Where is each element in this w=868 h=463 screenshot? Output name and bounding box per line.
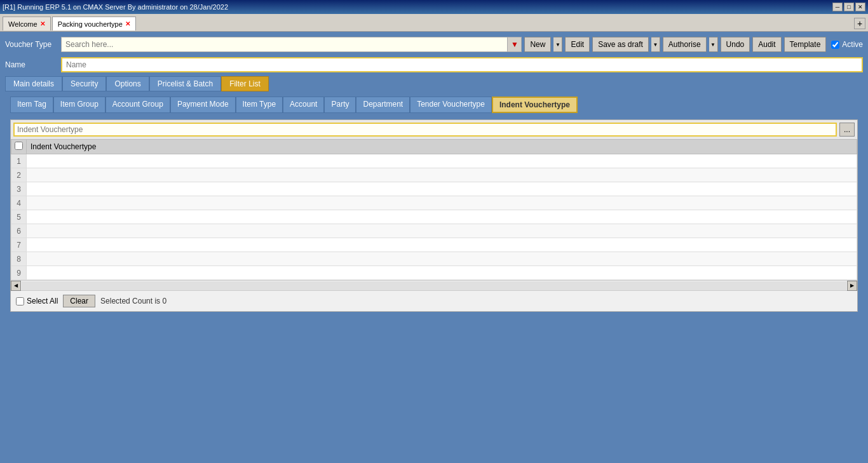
name-row: Name — [5, 57, 863, 72]
voucher-type-dropdown-btn[interactable]: ▼ — [508, 37, 522, 52]
toolbar-row: Voucher Type ▼ New ▼ Edit Save as draft … — [5, 37, 863, 52]
close-button[interactable]: ✕ — [855, 3, 865, 11]
select-all-checkbox[interactable] — [16, 297, 24, 305]
sub-tab-indent-vouchertype[interactable]: Indent Vouchertype — [492, 97, 578, 113]
scroll-left-btn[interactable]: ◀ — [11, 281, 21, 291]
scroll-right-btn[interactable]: ▶ — [847, 281, 857, 291]
title-bar: [R1] Running ERP 5.1 on CMAX Server By a… — [0, 0, 868, 14]
new-button[interactable]: New — [524, 37, 551, 52]
table-search-row: ... — [11, 120, 857, 139]
tab-pricelist-batch[interactable]: Pricelist & Batch — [149, 76, 221, 91]
clear-button[interactable]: Clear — [63, 295, 95, 307]
horizontal-scroll-bar[interactable]: ◀ ▶ — [11, 280, 857, 290]
tab-main-details[interactable]: Main details — [5, 76, 62, 91]
sub-tab-party[interactable]: Party — [324, 97, 356, 113]
window-title: [R1] Running ERP 5.1 on CMAX Server By a… — [3, 3, 228, 11]
column-indent-vouchertype: Indent Vouchertype — [27, 140, 857, 154]
voucher-type-label: Voucher Type — [5, 40, 56, 49]
data-table: Indent Vouchertype 1 2 3 — [11, 139, 857, 280]
minimize-button[interactable]: ─ — [832, 3, 843, 11]
tab-packing-vouchertype[interactable]: Packing vouchertype ✕ — [52, 17, 136, 30]
table-row: 1 — [11, 154, 857, 168]
sub-tab-payment-mode[interactable]: Payment Mode — [170, 97, 236, 113]
sub-tab-item-group[interactable]: Item Group — [53, 97, 105, 113]
table-row: 4 — [11, 196, 857, 210]
main-tab-nav: Main details Security Options Pricelist … — [5, 76, 863, 91]
header-checkbox[interactable] — [15, 142, 23, 150]
table-body: 1 2 3 4 — [11, 154, 857, 280]
table-row: 3 — [11, 182, 857, 196]
sub-tab-item-tag[interactable]: Item Tag — [10, 97, 53, 113]
table-search-ellipsis-btn[interactable]: ... — [839, 123, 855, 137]
selected-count-text: Selected Count is 0 — [100, 297, 166, 305]
sub-tab-account-group[interactable]: Account Group — [105, 97, 170, 113]
sub-tab-nav: Item Tag Item Group Account Group Paymen… — [5, 94, 863, 116]
tab-filter-list[interactable]: Filter List — [221, 76, 269, 91]
voucher-type-search-container: ▼ — [61, 37, 522, 52]
name-input[interactable] — [61, 57, 863, 72]
name-label: Name — [5, 60, 56, 69]
select-all-container: Select All — [16, 297, 58, 305]
tab-packing-close[interactable]: ✕ — [125, 20, 130, 27]
table-row: 9 — [11, 266, 857, 280]
sub-tab-item-type[interactable]: Item Type — [236, 97, 283, 113]
tab-welcome-close[interactable]: ✕ — [40, 20, 45, 27]
table-row: 5 — [11, 210, 857, 224]
authorise-button[interactable]: Authorise — [663, 37, 707, 52]
table-header: Indent Vouchertype — [11, 140, 857, 154]
table-row: 7 — [11, 238, 857, 252]
voucher-type-search-input[interactable] — [61, 37, 508, 52]
tab-welcome[interactable]: Welcome ✕ — [3, 17, 51, 30]
table-scroll-container[interactable]: Indent Vouchertype 1 2 3 — [11, 139, 857, 280]
select-all-label: Select All — [27, 297, 58, 305]
header-checkbox-cell — [11, 140, 27, 154]
undo-button[interactable]: Undo — [721, 37, 750, 52]
audit-button[interactable]: Audit — [752, 37, 781, 52]
h-scroll-track[interactable] — [22, 281, 846, 290]
tab-security[interactable]: Security — [62, 76, 106, 91]
tab-bar: Welcome ✕ Packing vouchertype ✕ + — [0, 14, 868, 32]
add-tab-button[interactable]: + — [854, 18, 865, 29]
sub-tab-tender-vouchertype[interactable]: Tender Vouchertype — [410, 97, 492, 113]
save-draft-dropdown-btn[interactable]: ▼ — [651, 37, 660, 52]
filter-content: Item Tag Item Group Account Group Paymen… — [5, 91, 863, 318]
save-as-draft-button[interactable]: Save as draft — [592, 37, 649, 52]
new-dropdown-btn[interactable]: ▼ — [553, 37, 562, 52]
edit-button[interactable]: Edit — [565, 37, 590, 52]
active-label: Active — [842, 40, 863, 49]
maximize-button[interactable]: □ — [844, 3, 854, 11]
table-row: 8 — [11, 252, 857, 266]
sub-tab-department[interactable]: Department — [356, 97, 410, 113]
template-button[interactable]: Template — [784, 37, 827, 52]
table-row: 6 — [11, 224, 857, 238]
tab-options[interactable]: Options — [106, 76, 149, 91]
active-checkbox[interactable] — [831, 41, 839, 49]
main-content: Voucher Type ▼ New ▼ Edit Save as draft … — [0, 32, 868, 463]
window-controls: ─ □ ✕ — [832, 3, 865, 11]
bottom-bar: Select All Clear Selected Count is 0 — [11, 290, 857, 311]
active-section: Active — [831, 40, 863, 49]
table-search-input[interactable] — [13, 123, 837, 137]
sub-tab-account[interactable]: Account — [283, 97, 324, 113]
table-area: ... Indent Vouchertype — [10, 119, 858, 312]
authorise-dropdown-btn[interactable]: ▼ — [709, 37, 718, 52]
table-row: 2 — [11, 168, 857, 182]
